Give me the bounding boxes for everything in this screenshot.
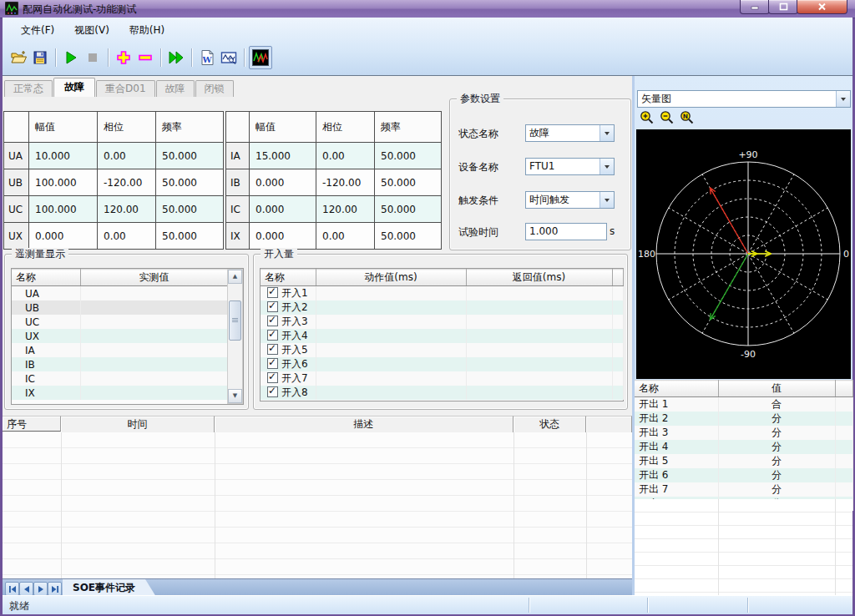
cell[interactable]: 0.00 (98, 143, 156, 169)
remove-state-button[interactable] (134, 47, 156, 68)
tab-fault[interactable]: 故障 (53, 78, 95, 97)
list-item[interactable]: 开出 5分 (635, 454, 852, 468)
cell[interactable]: -120.00 (98, 169, 156, 196)
cell[interactable]: 120.00 (98, 196, 156, 223)
menu-help[interactable]: 帮助(H) (119, 20, 175, 41)
tab-normal-state[interactable]: 正常态 (4, 80, 53, 97)
name-header[interactable]: 名称 (12, 270, 80, 286)
list-item[interactable]: IA (12, 343, 228, 357)
value-header[interactable]: 值 (718, 381, 835, 397)
wave-display-button[interactable] (249, 46, 272, 69)
event-table-body[interactable] (3, 432, 632, 578)
status-header[interactable]: 状态 (514, 416, 587, 433)
save-button[interactable] (29, 47, 51, 68)
list-item[interactable]: IB (12, 357, 228, 371)
input-checkbox[interactable] (267, 316, 278, 326)
cell[interactable]: 0.000 (250, 169, 316, 196)
device-name-select[interactable]: FTU1 (525, 158, 615, 175)
trigger-condition-select[interactable]: 时间触发 (525, 191, 615, 209)
zoom-reset-button[interactable]: N (679, 109, 696, 126)
input-checkbox[interactable] (267, 358, 278, 369)
measured-value-header[interactable]: 实测值 (80, 270, 228, 286)
cell[interactable]: 50.000 (156, 223, 224, 250)
list-item[interactable]: IX (12, 386, 228, 400)
cell[interactable]: 0.000 (250, 196, 316, 223)
list-item[interactable]: 开出 7分 (635, 482, 852, 497)
cell[interactable]: 100.000 (29, 169, 98, 196)
input-checkbox[interactable] (267, 372, 278, 383)
input-checkbox[interactable] (267, 301, 278, 312)
telemetry-scrollbar[interactable]: ▲ ▼ (227, 269, 243, 404)
cell[interactable]: 50.000 (375, 196, 442, 223)
maximize-button[interactable] (768, 0, 798, 14)
test-time-input[interactable]: 1.000 (525, 223, 607, 240)
state-name-select[interactable]: 故障 (525, 124, 615, 142)
zoom-in-button[interactable] (639, 109, 655, 126)
word-report-button[interactable]: W (196, 47, 218, 68)
time-header[interactable]: 时间 (61, 416, 215, 433)
list-item[interactable]: IC (12, 371, 228, 386)
list-item[interactable]: UB (12, 300, 228, 315)
waveform-window-button[interactable] (218, 47, 240, 68)
run-continuous-button[interactable] (165, 47, 187, 68)
cell[interactable]: -120.00 (316, 169, 375, 196)
list-item[interactable]: UC (12, 315, 228, 329)
input-checkbox[interactable] (267, 287, 278, 298)
first-page-button[interactable] (5, 582, 19, 596)
cell[interactable]: 50.000 (375, 223, 442, 250)
cell[interactable]: 50.000 (375, 169, 442, 196)
menu-file[interactable]: 文件(F) (11, 20, 64, 41)
input-checkbox[interactable] (267, 386, 278, 397)
cell[interactable]: 0.00 (316, 143, 375, 169)
tab-lockout[interactable]: 闭锁 (195, 80, 234, 97)
cell[interactable]: 10.000 (29, 143, 98, 169)
cell[interactable]: 0.00 (98, 223, 156, 250)
dropdown-button[interactable] (600, 125, 614, 141)
start-test-button[interactable] (60, 47, 82, 68)
close-button[interactable] (797, 0, 847, 14)
list-item[interactable]: UX (12, 329, 228, 343)
cell[interactable]: 50.000 (375, 143, 442, 169)
input-checkbox[interactable] (267, 330, 278, 341)
menu-view[interactable]: 视图(V) (64, 20, 119, 41)
description-header[interactable]: 描述 (215, 416, 514, 433)
phasor-diagram[interactable]: +90 -90 180 0 (636, 129, 851, 379)
dropdown-button[interactable] (600, 159, 614, 174)
next-page-button[interactable] (33, 582, 48, 596)
name-header[interactable]: 名称 (635, 381, 718, 397)
minimize-button[interactable] (740, 0, 770, 14)
add-state-button[interactable] (113, 47, 134, 68)
name-header[interactable]: 名称 (261, 270, 316, 286)
seq-header[interactable]: 序号 (3, 416, 61, 432)
list-item[interactable]: 开出 3分 (635, 426, 852, 440)
action-value-header[interactable]: 动作值(ms) (316, 270, 466, 286)
cell[interactable]: 0.000 (29, 223, 98, 250)
last-page-button[interactable] (48, 582, 62, 596)
cell[interactable]: 15.000 (250, 143, 316, 169)
list-item[interactable]: 开出 4分 (635, 440, 852, 454)
dropdown-button[interactable] (836, 91, 850, 107)
cell[interactable]: 50.000 (156, 143, 224, 169)
tab-soe-event-log[interactable]: SOE事件记录 (63, 579, 156, 597)
tab-fault-2[interactable]: 故障 (156, 80, 195, 97)
cell[interactable]: 0.00 (316, 223, 375, 250)
view-mode-select[interactable]: 矢量图 (637, 90, 851, 108)
list-item[interactable]: UA (12, 286, 228, 301)
cell[interactable]: 50.000 (156, 196, 224, 223)
scroll-up-button[interactable]: ▲ (228, 270, 242, 284)
dropdown-button[interactable] (600, 192, 614, 208)
list-item[interactable]: 开出 1合 (635, 397, 852, 412)
list-item[interactable]: 开出 6分 (635, 468, 852, 482)
title-bar[interactable]: 配网自动化测试-功能测试 (0, 0, 855, 18)
cell[interactable]: 100.000 (29, 196, 98, 223)
cell[interactable]: 120.00 (316, 196, 375, 223)
open-button[interactable] (8, 47, 29, 68)
previous-page-button[interactable] (19, 582, 33, 596)
scrollbar-thumb[interactable] (229, 300, 241, 341)
zoom-out-button[interactable] (659, 109, 675, 126)
cell[interactable]: 0.000 (250, 223, 316, 250)
stop-test-button[interactable] (82, 47, 104, 68)
return-value-header[interactable]: 返回值(ms) (466, 270, 612, 286)
tab-reclose-d01[interactable]: 重合D01 (96, 80, 155, 97)
scroll-down-button[interactable]: ▼ (228, 389, 242, 403)
